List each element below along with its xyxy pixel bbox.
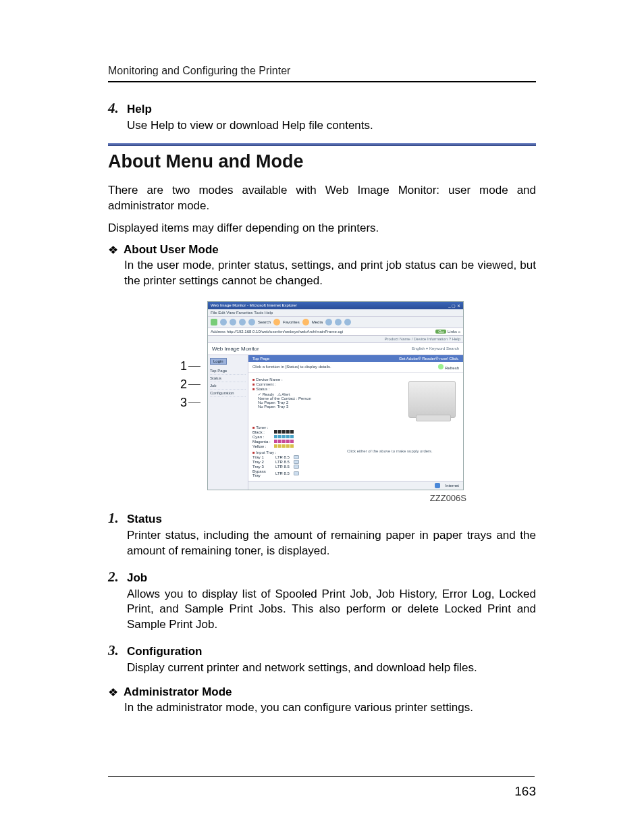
admin-mode-body: In the administrator mode, you can confi…	[124, 700, 536, 716]
item-configuration: 3. Configuration Display current printer…	[108, 642, 536, 676]
item-title: Job	[127, 571, 147, 585]
browser-menubar: File Edit View Favorites Tools Help	[208, 309, 463, 317]
links-label: Links	[448, 330, 457, 334]
app-header: Web Image Monitor English ▾ Keyword Sear…	[208, 343, 463, 355]
forward-icon	[220, 319, 227, 325]
print-icon	[344, 319, 351, 325]
toolbar-search: Search	[258, 320, 271, 324]
callout-leader	[188, 402, 200, 403]
device-fields: Device Name : Comment : Status : ✓ Ready…	[252, 377, 398, 418]
media-icon	[302, 319, 309, 325]
item-title: Configuration	[127, 645, 202, 658]
printer-icon	[408, 381, 456, 418]
toner-trays: Toner : Black : Cyan : Magenta : Yellow …	[252, 425, 340, 478]
app-body: Login Top Page Status Job Configuration …	[208, 355, 463, 490]
item-status: 1. Status Printer status, including the …	[108, 510, 536, 559]
tab-bar: Top Page Get Adobe® Reader® now! Click.	[248, 355, 463, 362]
figure: 1 2 3 Web Image Monitor - Microsoft Inte…	[108, 301, 536, 503]
host-info-bar: Product Name / Device Information ? Help	[208, 336, 463, 343]
tray-2: Tray 2LTR 8.5	[252, 460, 340, 464]
sidebar-item-top: Top Page	[210, 367, 246, 375]
tray-icon	[294, 465, 299, 469]
admin-mode-title: Administrator Mode	[124, 685, 232, 699]
tray-3: Tray 3LTR 8.5	[252, 465, 340, 469]
item-body: Printer status, including the amount of …	[127, 528, 536, 559]
toner-label: Toner :	[252, 425, 340, 429]
browser-url: Address http://192.168.0.10/web/user/en/…	[211, 330, 343, 334]
section-title: About Menu and Mode	[108, 151, 536, 172]
footer-rule	[108, 776, 535, 777]
callout-3: 3	[180, 396, 187, 410]
item-number: 1.	[108, 510, 123, 527]
sidebar-login-button: Login	[210, 358, 227, 365]
printer-image-col	[405, 377, 459, 418]
section-divider	[108, 143, 536, 146]
field-status: Status :	[252, 387, 398, 391]
item-number: 3.	[108, 642, 123, 659]
tray-icon	[294, 471, 299, 475]
section-paragraph-2: Displayed items may differ depending on …	[108, 221, 536, 236]
tray-icon	[294, 460, 299, 464]
user-mode-body: In the user mode, printer status, settin…	[124, 258, 536, 289]
refresh-icon	[438, 364, 444, 369]
browser-window: Web Image Monitor - Microsoft Internet E…	[207, 301, 464, 490]
item-body: Allows you to display list of Spooled Pr…	[127, 587, 536, 633]
home-icon	[248, 319, 255, 325]
zone-icon	[435, 483, 440, 488]
field-device: Device Name :	[252, 377, 398, 382]
item-body: Use Help to view or download Help file c…	[127, 118, 536, 134]
item-job: 2. Job Allows you to display list of Spo…	[108, 569, 536, 633]
mail-icon	[335, 319, 342, 325]
zone-label: Internet	[446, 484, 459, 488]
main-area: Top Page Get Adobe® Reader® now! Click. …	[248, 355, 463, 490]
refresh-label: Refresh	[445, 366, 459, 370]
instruction-line: Click a function in [Status] to display …	[248, 362, 463, 373]
content-row: Device Name : Comment : Status : ✓ Ready…	[248, 373, 463, 422]
item-help: 4. Help Use Help to view or download Hel…	[108, 100, 536, 134]
toner-black: Black :	[252, 430, 340, 434]
sidebar: Login Top Page Status Job Configuration	[208, 355, 248, 490]
figure-callouts: 1 2 3	[180, 301, 200, 410]
stop-icon	[230, 319, 236, 325]
admin-mode-block: ❖ Administrator Mode In the administrato…	[108, 685, 536, 716]
tray-icon	[294, 455, 299, 459]
browser-address-bar: Address http://192.168.0.10/web/user/en/…	[208, 328, 463, 336]
item-title: Help	[127, 103, 152, 116]
page: Monitoring and Configuring the Printer 4…	[0, 0, 644, 834]
sidebar-item-job: Job	[210, 382, 246, 390]
browser-titlebar: Web Image Monitor - Microsoft Internet E…	[208, 302, 463, 309]
status-ready: ✓ Ready ⚠ Alert	[252, 392, 398, 396]
callout-2: 2	[180, 377, 187, 392]
figure-id: ZZZ006S	[178, 493, 466, 503]
back-icon	[211, 319, 217, 325]
page-number: 163	[514, 784, 536, 799]
favorites-star-icon	[273, 319, 280, 325]
callout-leader	[188, 366, 200, 367]
field-comment: Comment :	[252, 382, 398, 386]
browser-title: Web Image Monitor - Microsoft Internet E…	[211, 303, 297, 308]
app-title: Web Image Monitor	[212, 346, 259, 352]
sidebar-item-status: Status	[210, 375, 246, 382]
toolbar-favorites: Favorites	[283, 320, 300, 324]
supply-hint: Click either of the above to make supply…	[347, 449, 459, 453]
item-body: Display current printer and network sett…	[127, 660, 536, 676]
tray-bypass: Bypass TrayLTR 8.5	[252, 469, 340, 477]
browser-toolbar: Search Favorites Media	[208, 317, 463, 328]
go-button: Go	[435, 330, 446, 334]
instruction-text: Click a function in [Status] to display …	[252, 365, 331, 369]
section-paragraph-1: There are two modes available with Web I…	[108, 183, 536, 214]
sidebar-item-config: Configuration	[210, 390, 246, 397]
toolbar-media: Media	[312, 320, 323, 324]
tab-right: Get Adobe® Reader® now! Click.	[399, 357, 459, 361]
callout-leader	[188, 384, 200, 385]
nopaper2: No Paper: Tray 3	[252, 405, 398, 409]
running-header: Monitoring and Configuring the Printer	[108, 65, 536, 77]
toner-cyan: Cyan :	[252, 435, 340, 439]
diamond-bullet-icon: ❖	[108, 687, 118, 698]
toner-yellow: Yellow :	[252, 444, 340, 448]
item-number: 2.	[108, 569, 123, 585]
browser-statusbar: Internet	[248, 481, 463, 490]
tab-label: Top Page	[252, 357, 269, 361]
user-mode-block: ❖ About User Mode In the user mode, prin…	[108, 243, 536, 289]
tray-label: Input Tray :	[252, 450, 340, 454]
